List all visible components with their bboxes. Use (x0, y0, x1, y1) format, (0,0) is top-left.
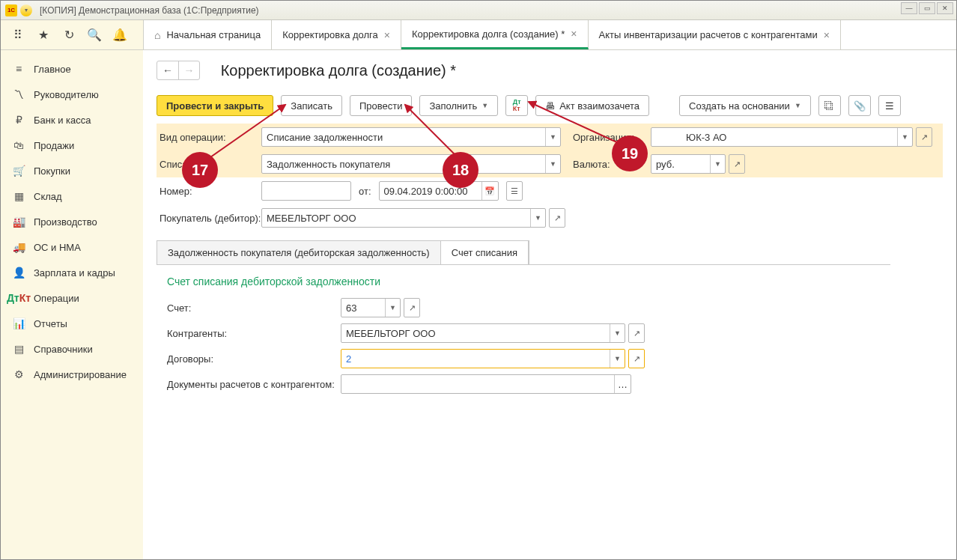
date-input[interactable]: 09.04.2019 0:00:00 📅 (379, 181, 499, 201)
sidebar-item-purchases[interactable]: 🛒Покупки (1, 158, 143, 183)
tab-label: Акты инвентаризации расчетов с контраген… (599, 29, 818, 40)
open-currency-button[interactable]: ↗ (729, 154, 745, 174)
sidebar-item-main[interactable]: ≡Главное (1, 56, 143, 82)
org-select[interactable]: ЮК-3 АО ▼ (651, 127, 913, 147)
fill-button[interactable]: Заполнить▼ (419, 95, 498, 116)
tab-debt-adjust[interactable]: Корректировка долга × (272, 20, 401, 49)
sidebar-item-label: Администрирование (34, 369, 127, 380)
currency-select[interactable]: руб. ▼ (651, 154, 726, 174)
label-account: Счет: (167, 302, 341, 314)
chevron-down-icon[interactable]: ▼ (897, 128, 912, 146)
write-button[interactable]: Записать (281, 95, 342, 116)
history-icon[interactable]: ↻ (62, 28, 76, 42)
open-contracts-button[interactable]: ↗ (628, 349, 645, 368)
chevron-down-icon: ▼ (481, 102, 488, 109)
menu-icon: ≡ (13, 63, 25, 75)
close-icon[interactable]: × (384, 29, 390, 41)
sidebar-item-admin[interactable]: ⚙Администрирование (1, 362, 143, 387)
sidebar-item-production[interactable]: 🏭Производство (1, 209, 143, 234)
minimize-button[interactable]: — (901, 2, 917, 14)
gear-icon: ⚙ (13, 368, 25, 380)
chevron-down-icon[interactable]: ▼ (710, 155, 725, 173)
sidebar-item-manager[interactable]: 〽Руководителю (1, 82, 143, 107)
sidebar-item-assets[interactable]: 🚚ОС и НМА (1, 234, 143, 260)
select-value: 2 (346, 353, 351, 365)
sidebar-item-label: Справочники (34, 344, 93, 355)
close-window-button[interactable]: ✕ (937, 2, 953, 14)
ellipsis-icon[interactable]: … (614, 375, 631, 393)
back-button[interactable]: ← (157, 61, 178, 79)
sidebar-item-label: Главное (34, 64, 71, 75)
sidebar-item-bank[interactable]: ₽Банк и касса (1, 107, 143, 133)
annotation-19: 19 (612, 136, 648, 171)
close-icon[interactable]: × (571, 28, 577, 40)
act-button[interactable]: 🖶Акт взаимозачета (535, 95, 649, 116)
label-from: от: (351, 186, 379, 197)
sidebar-item-sales[interactable]: 🛍Продажи (1, 133, 143, 158)
button-label: Записать (291, 100, 332, 112)
dtkt-button[interactable]: ДтКт (505, 95, 528, 116)
chevron-down-icon[interactable]: ▼ (530, 209, 545, 227)
tab-inventory-acts[interactable]: Акты инвентаризации расчетов с контраген… (589, 20, 841, 49)
tab-label: Начальная страница (166, 29, 261, 40)
contracts-select[interactable]: 2 ▼ (341, 349, 625, 368)
search-icon[interactable]: 🔍 (88, 28, 101, 42)
sidebar-item-operations[interactable]: ДтКтОперации (1, 285, 143, 311)
counterparty-select[interactable]: МЕБЕЛЬТОРГ ООО ▼ (341, 323, 625, 343)
chevron-down-icon[interactable]: ▼ (610, 350, 625, 368)
star-icon[interactable]: ★ (37, 28, 50, 42)
select-value: Задолженность покупателя (267, 159, 390, 170)
open-buyer-button[interactable]: ↗ (549, 208, 565, 228)
app-menu-dropdown[interactable]: ▾ (20, 4, 32, 16)
inner-tab-account[interactable]: Счет списания (441, 241, 529, 264)
sidebar-item-hr[interactable]: 👤Зарплата и кадры (1, 260, 143, 285)
tab-home[interactable]: ⌂ Начальная страница (144, 20, 272, 49)
clip-icon: 📎 (854, 100, 866, 112)
bell-icon[interactable]: 🔔 (113, 28, 127, 42)
tab-label: Задолженность покупателя (дебиторская за… (168, 247, 430, 258)
title-bar: 1C ▾ [КОПИЯ] Демонстрационная база (1С:П… (1, 1, 956, 20)
factory-icon: 🏭 (13, 216, 25, 228)
writeoff-select[interactable]: Задолженность покупателя ▼ (261, 154, 561, 174)
select-value: ЮК-3 АО (656, 132, 726, 143)
open-org-button[interactable]: ↗ (916, 127, 932, 147)
chevron-down-icon[interactable]: ▼ (610, 324, 625, 342)
dtkt-icon: ДтКт (513, 99, 521, 112)
tab-debt-adjust-create[interactable]: Корректировка долга (создание) * × (401, 20, 589, 49)
close-icon[interactable]: × (824, 29, 830, 41)
chevron-down-icon[interactable]: ▼ (545, 128, 560, 146)
date-extra-button[interactable]: ☰ (506, 181, 523, 201)
select-value: МЕБЕЛЬТОРГ ООО (267, 213, 356, 224)
attach-button[interactable]: 📎 (848, 95, 871, 116)
post-and-close-button[interactable]: Провести и закрыть (157, 95, 273, 116)
inner-tabs: Задолженность покупателя (дебиторская за… (157, 240, 529, 264)
label-contracts: Договоры: (167, 353, 341, 365)
sidebar-item-warehouse[interactable]: ▦Склад (1, 183, 143, 209)
inner-tab-debt[interactable]: Задолженность покупателя (дебиторская за… (157, 241, 441, 264)
open-counterparty-button[interactable]: ↗ (628, 323, 645, 343)
chevron-down-icon[interactable]: ▼ (545, 155, 560, 173)
docs-input[interactable]: … (341, 374, 631, 394)
account-select[interactable]: 63 ▼ (341, 298, 401, 317)
post-button[interactable]: Провести (350, 95, 413, 116)
forward-button[interactable]: → (178, 61, 199, 79)
sidebar-item-directories[interactable]: ▤Справочники (1, 336, 143, 362)
sidebar-item-label: Операции (34, 293, 79, 304)
button-label: Провести и закрыть (166, 100, 264, 112)
number-input[interactable] (261, 181, 351, 201)
list-button[interactable]: ☰ (878, 95, 901, 116)
select-value: МЕБЕЛЬТОРГ ООО (346, 328, 436, 339)
maximize-button[interactable]: ▭ (919, 2, 935, 14)
structure-button[interactable]: ⿻ (818, 95, 841, 116)
chevron-down-icon[interactable]: ▼ (385, 299, 400, 317)
open-account-button[interactable]: ↗ (404, 298, 420, 317)
apps-icon[interactable]: ⠿ (11, 28, 25, 42)
window-title: [КОПИЯ] Демонстрационная база (1С:Предпр… (40, 5, 259, 16)
buyer-select[interactable]: МЕБЕЛЬТОРГ ООО ▼ (261, 208, 546, 228)
label-number: Номер: (157, 186, 261, 197)
op-type-select[interactable]: Списание задолженности ▼ (261, 127, 561, 147)
create-based-button[interactable]: Создать на основании▼ (679, 95, 811, 116)
calendar-icon[interactable]: 📅 (481, 182, 498, 200)
sidebar-item-reports[interactable]: 📊Отчеты (1, 311, 143, 336)
tab-label: Корректировка долга (создание) * (412, 28, 565, 40)
